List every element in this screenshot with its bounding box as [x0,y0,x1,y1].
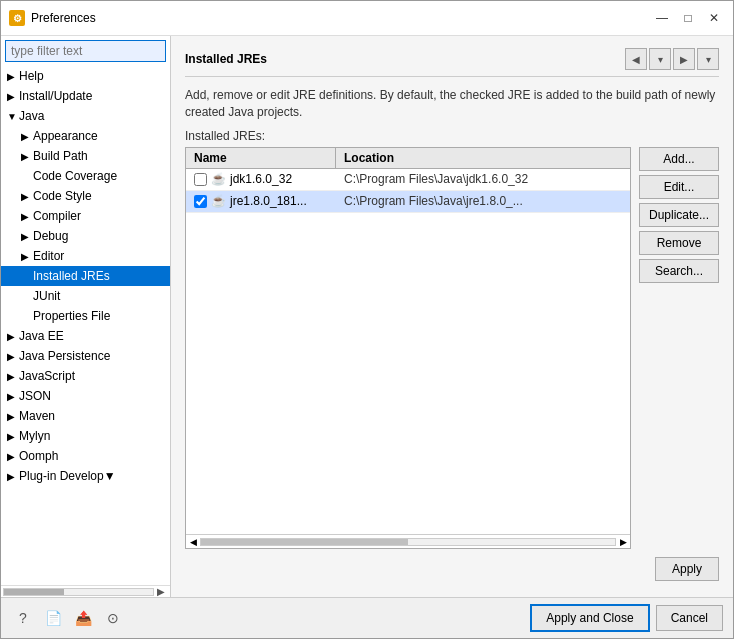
hscroll-right-arrow[interactable]: ▶ [154,585,168,598]
table-row[interactable]: ☕ jre1.8.0_181... C:\Program Files\Java\… [186,191,630,213]
bottom-icons: ? 📄 📤 ⊙ [11,606,125,630]
sidebar-item-label: Maven [19,409,55,423]
forward-button[interactable]: ▶ [673,48,695,70]
arrow-icon: ▶ [7,371,19,382]
sidebar-item-label: Code Style [33,189,92,203]
forward-dropdown-button[interactable]: ▾ [697,48,719,70]
edit-button[interactable]: Edit... [639,175,719,199]
apply-section: Apply [185,557,719,581]
sidebar-item-oomph[interactable]: ▶ Oomph [1,446,170,466]
hscroll-left-button[interactable]: ◀ [186,535,200,549]
hscroll-right-button[interactable]: ▶ [616,535,630,549]
table-area: Name Location ☕ jdk1.6.0_32 [185,147,719,549]
column-name[interactable]: Name [186,148,336,168]
sidebar-item-help[interactable]: ▶ Help [1,66,170,86]
sidebar-item-build-path[interactable]: ▶ Build Path [1,146,170,166]
arrow-icon: ▶ [21,191,33,202]
minimize-button[interactable]: — [651,7,673,29]
column-location[interactable]: Location [336,148,630,168]
hscroll-thumb [201,539,408,545]
apply-and-close-button[interactable]: Apply and Close [530,604,649,632]
sidebar-item-compiler[interactable]: ▶ Compiler [1,206,170,226]
sidebar-item-label: Oomph [19,449,58,463]
help-icon[interactable]: ? [11,606,35,630]
arrow-icon: ▶ [21,131,33,142]
sidebar-item-label: Java Persistence [19,349,110,363]
settings-icon[interactable]: ⊙ [101,606,125,630]
page-icon[interactable]: 📄 [41,606,65,630]
sidebar-item-appearance[interactable]: ▶ Appearance [1,126,170,146]
sidebar-item-code-coverage[interactable]: Code Coverage [1,166,170,186]
sidebar-item-java-persistence[interactable]: ▶ Java Persistence [1,346,170,366]
sidebar-item-label: Build Path [33,149,88,163]
sidebar-item-json[interactable]: ▶ JSON [1,386,170,406]
arrow-icon [21,171,33,182]
sidebar-item-label: Installed JREs [33,269,110,283]
sidebar-item-label: Debug [33,229,68,243]
sidebar-item-installed-jres[interactable]: Installed JREs [1,266,170,286]
close-button[interactable]: ✕ [703,7,725,29]
window-controls: — □ ✕ [651,7,725,29]
sidebar-item-label: Install/Update [19,89,92,103]
table-body: ☕ jdk1.6.0_32 C:\Program Files\Java\jdk1… [186,169,630,534]
jre-checkbox[interactable] [194,173,207,186]
jre-name: jdk1.6.0_32 [230,172,292,186]
add-button[interactable]: Add... [639,147,719,171]
sidebar-item-java[interactable]: ▼ Java [1,106,170,126]
arrow-icon [21,291,33,302]
duplicate-button[interactable]: Duplicate... [639,203,719,227]
jre-name-cell: ☕ jre1.8.0_181... [186,192,336,210]
content-area: Installed JREs ◀ ▾ ▶ ▾ Add, remove or ed… [171,36,733,597]
sidebar-item-label: JavaScript [19,369,75,383]
apply-button[interactable]: Apply [655,557,719,581]
arrow-icon: ▶ [7,391,19,402]
table-hscrollbar: ◀ ▶ [186,534,630,548]
sidebar-item-java-ee[interactable]: ▶ Java EE [1,326,170,346]
export-icon[interactable]: 📤 [71,606,95,630]
maximize-button[interactable]: □ [677,7,699,29]
sidebar-item-properties-file[interactable]: Properties File [1,306,170,326]
sidebar-item-label: Help [19,69,44,83]
preferences-window: ⚙ Preferences — □ ✕ ▶ Help ▶ Inst [0,0,734,639]
hscroll-thumb [4,589,64,595]
jre-checkbox[interactable] [194,195,207,208]
sidebar-hscrollbar: ▶ [1,585,170,597]
sidebar-item-label: JUnit [33,289,60,303]
search-input[interactable] [5,40,166,62]
search-button[interactable]: Search... [639,259,719,283]
window-title: Preferences [31,11,651,25]
arrow-icon: ▶ [7,411,19,422]
table-row[interactable]: ☕ jdk1.6.0_32 C:\Program Files\Java\jdk1… [186,169,630,191]
back-dropdown-button[interactable]: ▾ [649,48,671,70]
search-box [1,36,170,66]
sidebar-item-debug[interactable]: ▶ Debug [1,226,170,246]
sidebar-item-install-update[interactable]: ▶ Install/Update [1,86,170,106]
cancel-button[interactable]: Cancel [656,605,723,631]
arrow-icon: ▶ [7,431,19,442]
titlebar: ⚙ Preferences — □ ✕ [1,1,733,36]
arrow-icon: ▶ [7,331,19,342]
arrow-icon: ▶ [7,451,19,462]
sidebar-item-editor[interactable]: ▶ Editor [1,246,170,266]
jre-name: jre1.8.0_181... [230,194,307,208]
jres-label: Installed JREs: [185,129,719,143]
jre-name-cell: ☕ jdk1.6.0_32 [186,170,336,188]
sidebar-item-junit[interactable]: JUnit [1,286,170,306]
sidebar-item-plug-in-develop[interactable]: ▶ Plug-in Develop▼ [1,466,170,486]
tree-area: ▶ Help ▶ Install/Update ▼ Java ▶ Appeara… [1,66,170,585]
remove-button[interactable]: Remove [639,231,719,255]
hscroll-track[interactable] [3,588,154,596]
sidebar-item-javascript[interactable]: ▶ JavaScript [1,366,170,386]
arrow-icon: ▶ [21,211,33,222]
hscroll-track[interactable] [200,538,616,546]
action-buttons: Add... Edit... Duplicate... Remove Searc… [639,147,719,549]
sidebar-item-maven[interactable]: ▶ Maven [1,406,170,426]
arrow-icon: ▶ [7,351,19,362]
jre-location-cell: C:\Program Files\Java\jre1.8.0_... [336,192,630,210]
sidebar-item-label: Plug-in Develop▼ [19,469,116,483]
arrow-icon [21,311,33,322]
table-header: Name Location [186,148,630,169]
back-button[interactable]: ◀ [625,48,647,70]
sidebar-item-mylyn[interactable]: ▶ Mylyn [1,426,170,446]
sidebar-item-code-style[interactable]: ▶ Code Style [1,186,170,206]
